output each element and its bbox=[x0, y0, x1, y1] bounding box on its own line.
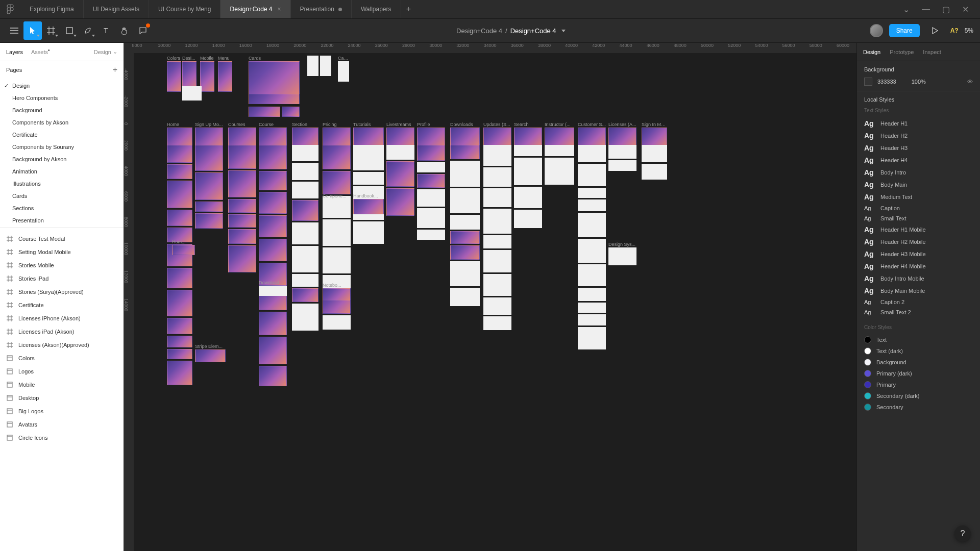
layer-item[interactable]: Colors bbox=[0, 352, 124, 365]
artboard[interactable] bbox=[323, 315, 351, 330]
artboard-group[interactable]: Compone... bbox=[323, 193, 351, 209]
artboard-group[interactable] bbox=[578, 314, 606, 325]
artboard-group[interactable] bbox=[514, 187, 542, 208]
artboard-group[interactable] bbox=[483, 250, 511, 272]
breadcrumb[interactable]: Design+Code 4 / Design+Code 4 bbox=[152, 27, 870, 35]
add-page-button[interactable]: + bbox=[113, 65, 117, 74]
layer-item[interactable]: Course Test Modal bbox=[0, 232, 124, 245]
artboard-group[interactable] bbox=[323, 171, 351, 194]
artboard[interactable] bbox=[195, 349, 226, 362]
artboard-group[interactable]: Home bbox=[167, 122, 192, 148]
artboard[interactable] bbox=[417, 208, 445, 228]
artboard[interactable] bbox=[483, 145, 511, 166]
artboard[interactable] bbox=[483, 250, 511, 272]
artboard-group[interactable] bbox=[483, 167, 511, 187]
artboard[interactable] bbox=[195, 202, 223, 212]
artboard-group[interactable] bbox=[578, 164, 606, 186]
artboard[interactable] bbox=[417, 230, 445, 240]
text-style-item[interactable]: AgBody Intro Mobile bbox=[864, 272, 973, 285]
artboard-group[interactable] bbox=[483, 235, 511, 248]
artboard[interactable] bbox=[167, 164, 192, 179]
artboard[interactable] bbox=[483, 235, 511, 248]
text-tool-button[interactable]: T bbox=[97, 21, 115, 40]
artboard[interactable] bbox=[578, 199, 606, 211]
page-item[interactable]: Components by Sourany bbox=[0, 141, 124, 153]
tab-ui-design-assets[interactable]: UI Design Assets bbox=[84, 0, 149, 18]
page-item[interactable]: Background bbox=[0, 104, 124, 116]
artboard-group[interactable]: Downloads bbox=[450, 122, 480, 148]
artboard[interactable] bbox=[218, 61, 232, 92]
artboard[interactable] bbox=[259, 145, 287, 169]
artboard[interactable] bbox=[259, 286, 287, 296]
page-item[interactable]: Animation bbox=[0, 165, 124, 178]
layer-item[interactable]: Setting Modal Mobile bbox=[0, 245, 124, 259]
artboard-group[interactable] bbox=[259, 215, 287, 237]
artboard-group[interactable] bbox=[292, 246, 318, 272]
artboard[interactable] bbox=[323, 145, 351, 169]
artboard[interactable] bbox=[450, 188, 480, 213]
artboard[interactable] bbox=[228, 170, 256, 197]
artboard-group[interactable]: Livestreams bbox=[386, 122, 414, 148]
assets-tab[interactable]: Assets bbox=[31, 49, 50, 55]
artboard-group[interactable]: Handbook... bbox=[353, 193, 384, 214]
artboard[interactable] bbox=[172, 245, 195, 255]
artboard-group[interactable]: Search bbox=[514, 122, 542, 148]
artboard[interactable] bbox=[386, 161, 414, 187]
artboard[interactable] bbox=[642, 164, 667, 180]
artboard[interactable] bbox=[259, 239, 287, 261]
background-row[interactable]: 333333 100% 👁 bbox=[864, 78, 973, 86]
artboard[interactable] bbox=[292, 274, 318, 287]
artboard[interactable] bbox=[450, 261, 480, 286]
artboard-group[interactable] bbox=[182, 86, 202, 101]
artboard-group[interactable] bbox=[353, 145, 384, 170]
artboard[interactable] bbox=[259, 192, 287, 214]
artboard-group[interactable] bbox=[195, 213, 223, 229]
visibility-icon[interactable]: 👁 bbox=[967, 79, 973, 85]
artboard[interactable] bbox=[545, 145, 574, 156]
artboard-group[interactable] bbox=[450, 245, 480, 260]
artboard-group[interactable] bbox=[417, 145, 445, 161]
artboard-group[interactable] bbox=[514, 145, 542, 156]
artboard-group[interactable]: Courses bbox=[228, 122, 256, 148]
artboard[interactable] bbox=[323, 171, 351, 194]
artboard[interactable] bbox=[386, 145, 414, 160]
zoom-control[interactable]: 5% bbox=[965, 27, 975, 34]
artboard-group[interactable] bbox=[259, 145, 287, 169]
artboard-group[interactable] bbox=[249, 107, 280, 117]
layer-item[interactable]: Licenses iPad (Akson) bbox=[0, 325, 124, 338]
page-item[interactable]: Hero Components bbox=[0, 92, 124, 104]
text-style-item[interactable]: AgHeader H2 bbox=[864, 130, 973, 142]
artboard-group[interactable] bbox=[483, 209, 511, 234]
artboard[interactable] bbox=[292, 288, 318, 302]
frame-tool-button[interactable] bbox=[42, 21, 60, 40]
artboard-group[interactable] bbox=[228, 145, 256, 169]
artboard-group[interactable]: Mobile bbox=[200, 56, 214, 92]
artboard[interactable] bbox=[578, 288, 606, 301]
artboard[interactable] bbox=[514, 210, 542, 228]
artboard[interactable] bbox=[228, 145, 256, 169]
artboard-group[interactable]: Stripe Elem... bbox=[195, 344, 226, 362]
figma-logo-icon[interactable] bbox=[3, 2, 17, 16]
prototype-tab[interactable]: Prototype bbox=[890, 49, 914, 55]
artboard[interactable] bbox=[450, 215, 480, 230]
artboard-group[interactable]: Profile bbox=[417, 122, 445, 148]
menu-icon[interactable] bbox=[5, 21, 23, 40]
artboard[interactable] bbox=[386, 188, 414, 216]
artboard-group[interactable] bbox=[450, 231, 480, 244]
artboard-group[interactable]: Updates (S... bbox=[483, 122, 511, 148]
artboard-group[interactable] bbox=[417, 189, 445, 207]
artboard-group[interactable] bbox=[167, 210, 192, 226]
artboard-group[interactable] bbox=[323, 145, 351, 169]
layer-item[interactable]: Avatars bbox=[0, 418, 124, 431]
artboard-group[interactable] bbox=[483, 188, 511, 207]
artboard-group[interactable] bbox=[167, 181, 192, 208]
artboard[interactable] bbox=[167, 268, 192, 288]
maximize-icon[interactable]: ▢ bbox=[942, 5, 950, 14]
tab-exploring-figma[interactable]: Exploring Figma bbox=[20, 0, 84, 18]
artboard-group[interactable] bbox=[167, 349, 192, 359]
layer-item[interactable]: Stories iPad bbox=[0, 272, 124, 285]
artboard-group[interactable] bbox=[483, 316, 511, 330]
text-style-item[interactable]: AgCaption bbox=[864, 203, 973, 213]
minimize-icon[interactable]: — bbox=[922, 5, 930, 14]
text-style-item[interactable]: AgHeader H3 bbox=[864, 142, 973, 154]
